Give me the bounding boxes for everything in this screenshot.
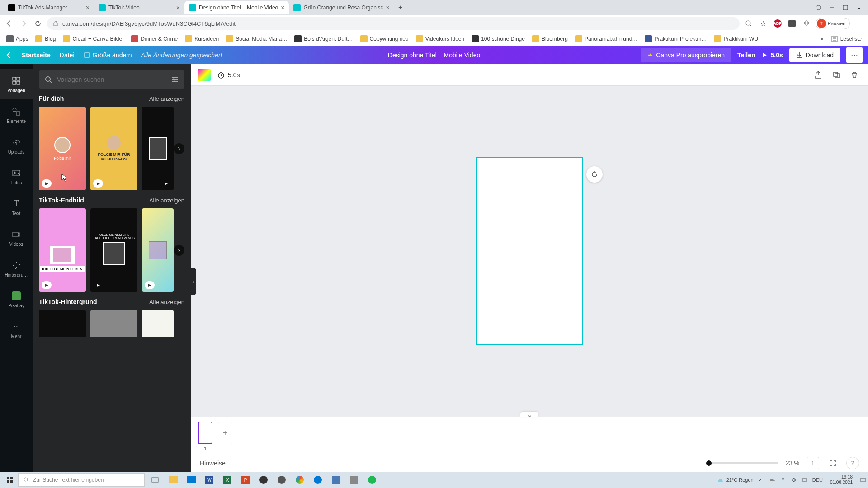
bookmark-overflow[interactable]: » <box>818 34 826 43</box>
fullscreen-button[interactable] <box>826 457 839 469</box>
adblock-icon[interactable]: ABP <box>772 18 783 29</box>
template-card[interactable] <box>142 310 174 337</box>
next-button[interactable]: › <box>174 245 184 256</box>
zoom-slider[interactable] <box>706 462 778 464</box>
chevron-up-icon[interactable] <box>758 477 764 483</box>
bookmark-item[interactable]: Blog <box>33 34 58 44</box>
duplicate-icon[interactable] <box>830 69 843 81</box>
onedrive-icon[interactable] <box>769 477 775 483</box>
bookmark-item[interactable]: Videokurs Ideen <box>413 34 467 44</box>
download-button[interactable]: Download <box>789 48 840 62</box>
bookmark-item[interactable]: Cload + Canva Bilder <box>60 34 127 44</box>
weather-widget[interactable]: 21°C Regen <box>717 476 754 484</box>
bookmark-item[interactable]: Panoramabahn und… <box>572 34 640 44</box>
search-input[interactable] <box>57 76 166 83</box>
incognito-icon[interactable] <box>816 5 821 10</box>
new-tab-button[interactable]: + <box>394 1 407 14</box>
battery-icon[interactable] <box>802 477 808 483</box>
collapse-timeline-button[interactable]: ⌄ <box>520 412 538 417</box>
template-card[interactable]: ▶ <box>142 208 174 292</box>
rail-videos[interactable]: Videos <box>0 222 33 253</box>
filter-icon[interactable] <box>171 75 179 84</box>
add-page-button[interactable]: + <box>218 422 232 444</box>
page-thumbnail[interactable] <box>198 422 212 444</box>
wifi-icon[interactable] <box>780 477 786 483</box>
forward-button[interactable] <box>18 18 29 29</box>
back-button[interactable] <box>4 18 14 29</box>
close-icon[interactable]: × <box>176 4 180 11</box>
bookmark-item[interactable]: Bois d'Argent Duft… <box>292 34 355 44</box>
close-icon[interactable]: × <box>86 4 90 11</box>
language-indicator[interactable]: DEU <box>812 477 823 483</box>
extension-icon[interactable] <box>787 18 797 29</box>
profile-badge[interactable]: T Pausiert <box>816 18 850 29</box>
mail-button[interactable] <box>183 473 200 487</box>
rail-pixabay[interactable]: Pixabay <box>0 284 33 314</box>
template-card[interactable]: ICH LEBE MEIN LEBEN ▶ <box>39 208 86 292</box>
browser-menu-icon[interactable]: ⋮ <box>854 18 864 29</box>
bookmark-item[interactable]: Kursideen <box>182 34 222 44</box>
bookmark-item[interactable]: Dinner & Crime <box>128 34 180 44</box>
browser-tab[interactable]: TikTok Ads-Manager × <box>4 1 94 14</box>
zoom-value[interactable]: 23 % <box>786 460 799 466</box>
close-window-icon[interactable] <box>856 5 862 10</box>
minimize-icon[interactable] <box>829 5 835 10</box>
template-card[interactable] <box>90 310 137 337</box>
edge-button[interactable] <box>309 473 326 487</box>
app-button[interactable] <box>273 473 290 487</box>
volume-icon[interactable] <box>791 477 797 483</box>
app-button[interactable] <box>345 473 363 487</box>
resize-button[interactable]: Größe ändern <box>84 52 132 59</box>
slider-thumb[interactable] <box>706 460 712 466</box>
rail-uploads[interactable]: Uploads <box>0 130 33 161</box>
page-canvas[interactable] <box>476 157 583 345</box>
template-card[interactable]: Folge mir ▶ <box>39 107 86 190</box>
file-menu[interactable]: Datei <box>60 52 75 59</box>
share-button[interactable]: Teilen <box>737 52 755 59</box>
rail-elements[interactable]: Elemente <box>0 99 33 130</box>
template-card[interactable]: + <box>39 310 86 337</box>
present-button[interactable]: 5.0s <box>761 52 783 59</box>
app-button[interactable] <box>255 473 272 487</box>
rail-more[interactable]: ⋯Mehr <box>0 314 33 345</box>
zoom-icon[interactable] <box>743 18 754 29</box>
url-input[interactable]: canva.com/design/DAEl3gv5jyc/9dMTosWdN3C… <box>47 17 740 30</box>
export-icon[interactable] <box>812 69 825 81</box>
next-button[interactable]: › <box>174 143 184 154</box>
delete-icon[interactable] <box>848 69 861 81</box>
help-button[interactable]: ? <box>846 457 859 469</box>
color-picker[interactable] <box>198 69 211 81</box>
reload-button[interactable] <box>33 18 43 29</box>
canvas-stage[interactable]: ⌄ <box>191 86 868 417</box>
bookmark-item[interactable]: Copywriting neu <box>358 34 411 44</box>
excel-button[interactable]: X <box>219 473 236 487</box>
notes-button[interactable]: Hinweise <box>200 460 226 467</box>
design-title[interactable]: Design ohne Titel – Mobile Video <box>388 52 480 59</box>
extensions-menu-icon[interactable] <box>801 18 812 29</box>
chrome-button[interactable] <box>291 473 308 487</box>
spotify-button[interactable] <box>363 473 381 487</box>
duration-control[interactable]: 5.0s <box>217 71 240 79</box>
explorer-button[interactable] <box>165 473 182 487</box>
bookmark-star-icon[interactable]: ☆ <box>758 18 769 29</box>
app-button[interactable] <box>327 473 344 487</box>
bookmark-apps[interactable]: Apps <box>4 34 31 44</box>
search-box[interactable] <box>39 70 184 89</box>
grid-view-button[interactable]: 1 <box>807 457 819 469</box>
bookmark-item[interactable]: Praktikum WU <box>711 34 761 44</box>
powerpoint-button[interactable]: P <box>237 473 254 487</box>
close-icon[interactable]: × <box>281 4 284 11</box>
home-link[interactable]: Startseite <box>22 52 51 59</box>
see-all-link[interactable]: Alle anzeigen <box>149 299 184 305</box>
rail-text[interactable]: TText <box>0 192 33 222</box>
start-button[interactable] <box>2 473 18 487</box>
refresh-button[interactable] <box>586 166 603 183</box>
back-icon[interactable] <box>5 52 13 59</box>
template-card[interactable]: FOLGE MEINEM STIL-TAGEBUCH BRUNO VENUS ▶ <box>90 208 137 292</box>
rail-background[interactable]: Hintergru… <box>0 253 33 284</box>
bookmark-item[interactable]: Bloomberg <box>529 34 571 44</box>
see-all-link[interactable]: Alle anzeigen <box>149 95 184 102</box>
notification-icon[interactable] <box>860 477 866 483</box>
close-icon[interactable]: × <box>386 4 390 11</box>
maximize-icon[interactable] <box>843 5 848 10</box>
